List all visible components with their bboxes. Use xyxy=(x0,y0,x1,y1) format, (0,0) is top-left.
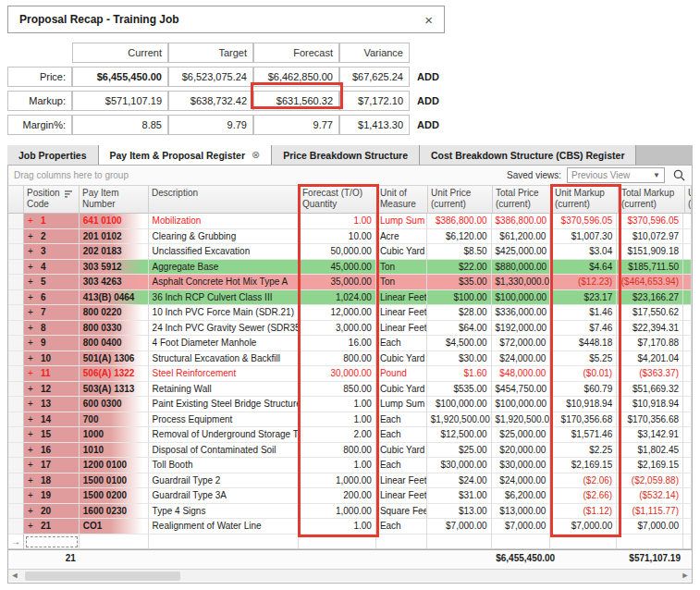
unit-of-measure-cell[interactable]: Lump Sum xyxy=(376,214,427,229)
header-truncated-column[interactable]: Uni (ba xyxy=(685,186,692,214)
position-code-cell[interactable]: +17 xyxy=(24,458,80,473)
pay-item-number-cell[interactable]: 600 0300 xyxy=(80,397,149,412)
unit-price-cell[interactable]: $4,500.00 xyxy=(427,336,492,351)
description-cell[interactable]: Steel Reinforcement xyxy=(149,366,300,382)
unit-markup-cell[interactable]: $7,000.00 xyxy=(550,519,617,535)
forecast-quantity-cell[interactable]: 1.00 xyxy=(299,458,376,473)
position-code-cell[interactable]: +4 xyxy=(24,260,80,276)
pay-item-number-cell[interactable]: 202 0183 xyxy=(80,244,149,260)
table-row[interactable]: +7 800 0220 10 Inch PVC Force Main (SDR.… xyxy=(8,305,692,321)
total-markup-cell[interactable]: ($2,059.88) xyxy=(617,473,683,489)
unit-of-measure-cell[interactable]: Linear Feet xyxy=(376,321,427,337)
position-code-cell[interactable]: +21 xyxy=(24,519,80,535)
forecast-quantity-cell[interactable]: 1.00 xyxy=(299,412,376,428)
forecast-quantity-cell[interactable]: 850.00 xyxy=(299,382,376,398)
total-price-cell[interactable]: $1,330,000.00 xyxy=(492,275,551,290)
new-row-description-cell[interactable] xyxy=(149,535,300,550)
expand-icon[interactable]: + xyxy=(28,321,41,336)
unit-price-cell[interactable]: $24.00 xyxy=(427,473,492,489)
total-price-cell[interactable]: $386,800.00 xyxy=(492,214,551,229)
table-row[interactable]: +15 1000 Removal of Underground Storage … xyxy=(8,427,692,443)
description-cell[interactable]: Guardrail Type 3A xyxy=(149,488,300,504)
table-row[interactable]: +9 800 0400 4 Foot Diameter Manhole 16.0… xyxy=(8,336,692,351)
expand-icon[interactable]: + xyxy=(28,382,41,397)
forecast-quantity-cell[interactable]: 2.00 xyxy=(299,427,376,443)
unit-price-cell[interactable]: $13.00 xyxy=(427,504,492,520)
description-cell[interactable]: Type 4 Signs xyxy=(149,504,300,520)
total-price-cell[interactable]: $454,750.00 xyxy=(492,382,551,398)
unit-markup-cell[interactable]: $3.04 xyxy=(550,244,617,260)
total-price-cell[interactable]: $13,000.00 xyxy=(492,504,551,520)
pay-item-number-cell[interactable]: 1500 0200 xyxy=(80,488,149,504)
position-code-cell[interactable]: +18 xyxy=(24,473,80,489)
total-markup-cell[interactable]: ($464,653.94) xyxy=(617,275,683,290)
unit-markup-cell[interactable]: ($2.06) xyxy=(550,473,617,489)
pay-item-number-cell[interactable]: CO1 xyxy=(80,519,149,535)
pay-item-number-cell[interactable]: 506(A) 1322 xyxy=(80,366,149,382)
group-by-panel[interactable]: Drag columns here to group Saved views: … xyxy=(8,166,692,186)
table-row[interactable]: +14 700 Process Equipment 1.00 Each $1,9… xyxy=(8,412,692,428)
total-markup-cell[interactable]: ($363.37) xyxy=(617,366,683,382)
total-markup-cell[interactable]: $10,918.94 xyxy=(617,397,683,412)
unit-of-measure-cell[interactable]: Square Feet xyxy=(376,504,427,520)
unit-of-measure-cell[interactable]: Linear Feet xyxy=(376,290,427,306)
position-code-cell[interactable]: +3 xyxy=(24,244,80,260)
total-price-cell[interactable]: $24,000.00 xyxy=(492,351,551,367)
header-pay-item-number[interactable]: Pay Item Number xyxy=(80,186,149,214)
pay-item-number-cell[interactable]: 413(B) 0464 xyxy=(80,290,149,306)
unit-price-cell[interactable]: $22.00 xyxy=(427,260,492,276)
header-total-markup[interactable]: Total Markup (current) xyxy=(619,186,685,214)
unit-price-cell[interactable]: $8.50 xyxy=(427,244,492,260)
forecast-quantity-cell[interactable]: 1.00 xyxy=(299,519,376,535)
table-row[interactable]: +20 1600 0230 Type 4 Signs 1,000.00 Squa… xyxy=(8,504,692,520)
table-row[interactable]: +16 1010 Disposal of Contaminated Soil 8… xyxy=(8,443,692,459)
description-cell[interactable]: Guardrail Type 2 xyxy=(149,473,300,489)
new-row-position-cell[interactable] xyxy=(24,535,80,550)
new-row-qty-cell[interactable] xyxy=(299,535,376,550)
unit-of-measure-cell[interactable]: Linear Feet xyxy=(376,305,427,321)
table-row[interactable]: +19 1500 0200 Guardrail Type 3A 200.00 L… xyxy=(8,488,692,504)
total-price-cell[interactable]: $48,000.00 xyxy=(492,366,551,382)
expand-icon[interactable]: + xyxy=(28,412,41,427)
position-code-cell[interactable]: +1 xyxy=(24,214,80,229)
table-row[interactable]: +4 303 5912 Aggregate Base 45,000.00 Ton… xyxy=(8,260,692,276)
expand-icon[interactable]: + xyxy=(28,229,41,244)
unit-price-cell[interactable]: $12,500.00 xyxy=(427,427,492,443)
total-price-cell[interactable]: $24,000.00 xyxy=(492,473,551,489)
unit-price-cell[interactable]: $25.00 xyxy=(427,443,492,459)
total-markup-cell[interactable]: $370,596.05 xyxy=(617,214,683,229)
position-code-cell[interactable]: +20 xyxy=(24,504,80,520)
pay-item-number-cell[interactable]: 501(A) 1306 xyxy=(80,351,149,367)
scrollbar-thumb[interactable] xyxy=(25,572,180,581)
add-markup-button[interactable]: ADD xyxy=(410,91,447,111)
header-position-code[interactable]: Position Code xyxy=(24,186,80,214)
pay-item-number-cell[interactable]: 1200 0100 xyxy=(80,458,149,473)
description-cell[interactable]: Toll Booth xyxy=(149,458,300,473)
total-markup-cell[interactable]: $7,000.00 xyxy=(617,519,683,535)
total-markup-cell[interactable]: $3,142.91 xyxy=(617,427,683,443)
unit-price-cell[interactable]: $30,000.00 xyxy=(427,458,492,473)
new-row-total-markup-cell[interactable] xyxy=(617,535,683,550)
description-cell[interactable]: 10 Inch PVC Force Main (SDR.21) xyxy=(149,305,300,321)
pay-item-number-cell[interactable]: 1010 xyxy=(80,443,149,459)
unit-price-cell[interactable]: $100.00 xyxy=(427,290,492,306)
total-price-cell[interactable]: $192,000.00 xyxy=(492,321,551,337)
description-cell[interactable]: Aggregate Base xyxy=(149,260,300,276)
total-price-cell[interactable]: $336,000.00 xyxy=(492,305,551,321)
expand-icon[interactable]: + xyxy=(28,473,41,488)
unit-markup-cell[interactable]: ($12.23) xyxy=(550,275,617,290)
expand-icon[interactable]: + xyxy=(28,519,41,534)
unit-of-measure-cell[interactable]: Lump Sum xyxy=(376,397,427,412)
unit-markup-cell[interactable]: $10,918.94 xyxy=(550,397,617,412)
description-cell[interactable]: Mobilization xyxy=(149,214,300,229)
forecast-quantity-cell[interactable]: 12,000.00 xyxy=(299,305,376,321)
expand-icon[interactable]: + xyxy=(28,305,41,320)
table-row[interactable]: +11 506(A) 1322 Steel Reinforcement 30,0… xyxy=(8,366,692,382)
total-price-cell[interactable]: $72,000.00 xyxy=(492,336,551,351)
total-markup-cell[interactable]: $17,550.62 xyxy=(617,305,683,321)
expand-icon[interactable]: + xyxy=(28,504,41,519)
unit-markup-cell[interactable]: $170,356.68 xyxy=(550,412,617,428)
total-markup-cell[interactable]: ($532.14) xyxy=(617,488,683,504)
unit-price-cell[interactable]: $386,800.00 xyxy=(427,214,492,229)
expand-icon[interactable]: + xyxy=(28,458,41,473)
